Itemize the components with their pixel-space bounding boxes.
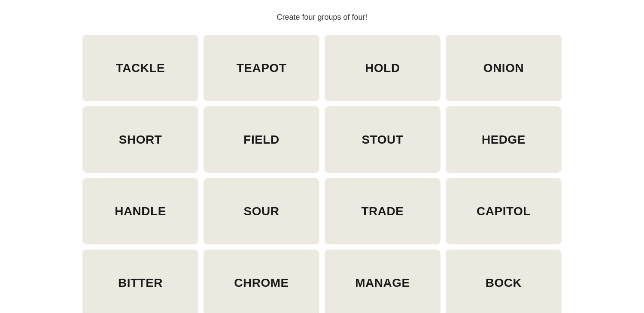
tile-label-manage: MANAGE bbox=[355, 276, 410, 290]
tile-hedge[interactable]: HEDGE bbox=[446, 106, 562, 173]
word-grid: TACKLETEAPOTHOLDONIONSHORTFIELDSTOUTHEDG… bbox=[82, 35, 562, 313]
tile-label-bitter: BITTER bbox=[118, 276, 163, 290]
tile-label-stout: STOUT bbox=[362, 133, 404, 147]
tile-label-trade: TRADE bbox=[361, 205, 404, 218]
tile-capitol[interactable]: CAPITOL bbox=[446, 178, 562, 244]
tile-chrome[interactable]: CHROME bbox=[204, 250, 319, 313]
tile-label-hold: HOLD bbox=[365, 61, 400, 75]
tile-bitter[interactable]: BITTER bbox=[82, 250, 198, 313]
tile-onion[interactable]: ONION bbox=[446, 35, 562, 101]
tile-label-handle: HANDLE bbox=[115, 205, 166, 218]
tile-label-sour: SOUR bbox=[244, 205, 279, 218]
tile-label-onion: ONION bbox=[483, 61, 524, 75]
tile-sour[interactable]: SOUR bbox=[204, 178, 319, 244]
subtitle: Create four groups of four! bbox=[276, 13, 367, 22]
tile-short[interactable]: SHORT bbox=[82, 106, 198, 173]
tile-label-short: SHORT bbox=[119, 133, 162, 147]
tile-label-teapot: TEAPOT bbox=[237, 61, 287, 75]
tile-label-field: FIELD bbox=[243, 133, 279, 147]
tile-field[interactable]: FIELD bbox=[204, 106, 319, 173]
tile-tackle[interactable]: TACKLE bbox=[82, 35, 198, 101]
tile-label-chrome: CHROME bbox=[234, 276, 289, 290]
tile-manage[interactable]: MANAGE bbox=[325, 250, 440, 313]
tile-hold[interactable]: HOLD bbox=[325, 35, 440, 101]
tile-label-capitol: CAPITOL bbox=[477, 205, 531, 218]
tile-stout[interactable]: STOUT bbox=[325, 106, 440, 173]
tile-bock[interactable]: BOCK bbox=[446, 250, 562, 313]
tile-trade[interactable]: TRADE bbox=[325, 178, 440, 244]
tile-label-tackle: TACKLE bbox=[116, 61, 165, 75]
tile-teapot[interactable]: TEAPOT bbox=[204, 35, 319, 101]
tile-handle[interactable]: HANDLE bbox=[82, 178, 198, 244]
tile-label-hedge: HEDGE bbox=[482, 133, 526, 147]
tile-label-bock: BOCK bbox=[486, 276, 522, 290]
